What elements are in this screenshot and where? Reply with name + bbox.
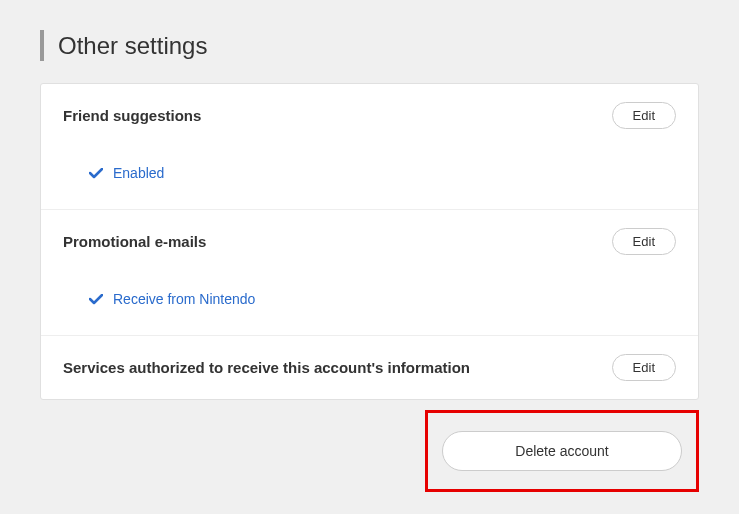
authorized-services-label: Services authorized to receive this acco… [63,359,470,376]
friend-suggestions-edit-button[interactable]: Edit [612,102,676,129]
promotional-emails-edit-button[interactable]: Edit [612,228,676,255]
checkmark-icon [89,294,103,305]
authorized-services-header: Services authorized to receive this acco… [41,336,698,399]
settings-card: Friend suggestions Edit Enabled Promotio… [40,83,699,400]
authorized-services-section: Services authorized to receive this acco… [41,336,698,399]
friend-suggestions-value: Enabled [113,165,164,181]
promotional-emails-header: Promotional e-mails Edit [41,210,698,273]
checkmark-icon [89,168,103,179]
delete-account-highlight: Delete account [425,410,699,492]
promotional-emails-value-row: Receive from Nintendo [41,273,698,335]
friend-suggestions-section: Friend suggestions Edit Enabled [41,84,698,210]
page-title: Other settings [40,30,699,61]
bottom-actions-area: Delete account [40,410,699,492]
friend-suggestions-header: Friend suggestions Edit [41,84,698,147]
authorized-services-edit-button[interactable]: Edit [612,354,676,381]
promotional-emails-label: Promotional e-mails [63,233,206,250]
promotional-emails-section: Promotional e-mails Edit Receive from Ni… [41,210,698,336]
friend-suggestions-value-row: Enabled [41,147,698,209]
delete-account-button[interactable]: Delete account [442,431,682,471]
promotional-emails-value: Receive from Nintendo [113,291,255,307]
friend-suggestions-label: Friend suggestions [63,107,201,124]
